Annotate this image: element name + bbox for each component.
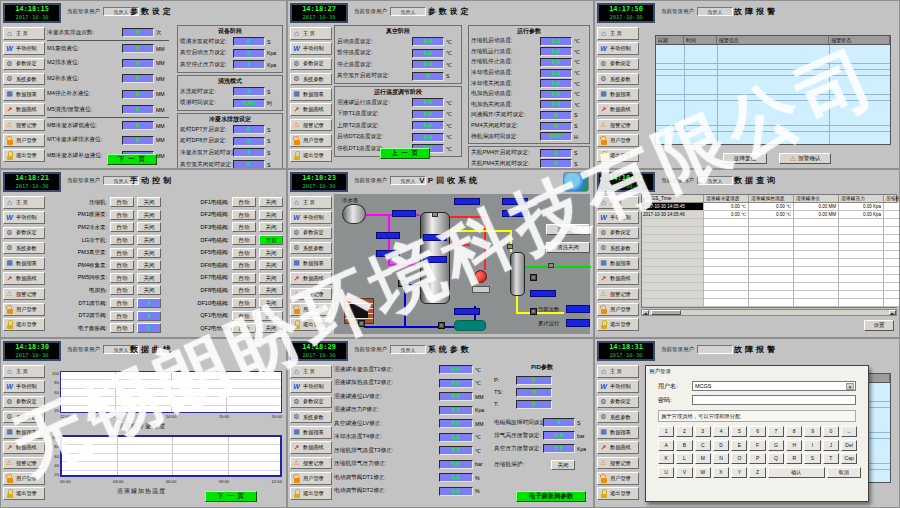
param-value-input[interactable]: 0.0	[540, 100, 572, 109]
param-value-input[interactable]: 0	[122, 59, 154, 68]
param-value-input[interactable]: 0	[233, 60, 265, 69]
keyboard-key[interactable]: 6	[749, 426, 765, 437]
param-value-input[interactable]: 0	[412, 72, 444, 81]
param-value-input[interactable]: 0	[540, 149, 572, 158]
keyboard-key[interactable]: W	[695, 467, 711, 478]
param-value-input[interactable]: 0.0	[439, 446, 473, 455]
sidebar-item[interactable]: 数据曲线	[3, 441, 45, 454]
scroll-thumb[interactable]	[651, 310, 681, 315]
keyboard-key[interactable]: U	[658, 467, 674, 478]
device-state-button[interactable]: 0	[137, 323, 161, 333]
sidebar-item[interactable]: 系统参数	[597, 242, 639, 255]
sidebar-item[interactable]: 主 页	[597, 365, 639, 378]
device-state-button[interactable]: 关闭	[259, 311, 283, 321]
username-select[interactable]: MCGS▼	[692, 381, 856, 391]
sidebar-item[interactable]: 主 页	[3, 365, 45, 378]
sidebar-item[interactable]: 数据报表	[3, 88, 45, 101]
sidebar-item[interactable]: 手动控制	[597, 211, 639, 224]
param-value-input[interactable]: 0	[233, 37, 265, 46]
sidebar-item[interactable]: 用户登录	[597, 472, 639, 485]
sidebar-item[interactable]: 手动控制	[597, 42, 639, 55]
device-state-button[interactable]: 关闭	[137, 197, 161, 207]
sidebar-item[interactable]: 主 页	[3, 27, 45, 40]
sidebar-item[interactable]: 数据报表	[290, 257, 332, 270]
param-value-input[interactable]: 0	[122, 28, 154, 37]
query-table-row[interactable]: 2017-10-30 14:05:450.00 ℃0.00 ℃0.00 MM0.…	[642, 203, 896, 211]
query-table-row[interactable]	[642, 267, 896, 275]
sidebar-item[interactable]: 参数设定	[290, 396, 332, 409]
next-page-button[interactable]: 下 一 页	[107, 154, 157, 165]
password-input[interactable]	[692, 395, 856, 405]
auto-mode-button[interactable]: 自动	[110, 248, 134, 258]
device-state-button[interactable]: 关闭	[259, 298, 283, 308]
sidebar-item[interactable]: 参数设定	[597, 227, 639, 240]
keyboard-key[interactable]: D	[713, 440, 729, 451]
param-value-input[interactable]: 0.0	[540, 47, 572, 56]
query-table-row[interactable]: 2017-10-30 14:05:460.00 ℃0.00 ℃0.00 MM0.…	[642, 211, 896, 219]
param-value-input[interactable]: 0.0	[412, 110, 444, 119]
sidebar-item[interactable]: 用户登录	[290, 472, 332, 485]
sidebar-item[interactable]: 手动控制	[290, 211, 332, 224]
param-value-input[interactable]: 0	[233, 125, 265, 134]
param-value-input[interactable]: 0.0	[540, 58, 572, 67]
keyboard-key[interactable]: L	[676, 453, 692, 464]
param-value-input[interactable]: 0	[122, 105, 154, 114]
sidebar-item[interactable]: 退出登录	[3, 149, 45, 162]
sidebar-item[interactable]: 数据曲线	[290, 103, 332, 116]
query-table-row[interactable]	[642, 283, 896, 291]
device-state-button[interactable]: 关闭	[259, 222, 283, 232]
sidebar-item[interactable]: 数据曲线	[597, 103, 639, 116]
sidebar-item[interactable]: 手动控制	[3, 211, 45, 224]
keyboard-key[interactable]: X	[713, 467, 729, 478]
auto-mode-button[interactable]: 自动	[110, 285, 134, 295]
sidebar-item[interactable]: 报警记录	[597, 119, 639, 132]
sidebar-item[interactable]: 主 页	[290, 365, 332, 378]
sidebar-item[interactable]: 系统参数	[597, 73, 639, 86]
sidebar-item[interactable]: 主 页	[290, 196, 332, 209]
param-value-input[interactable]: 0.0	[439, 460, 473, 469]
auto-mode-button[interactable]: 自动	[232, 260, 256, 270]
keyboard-key[interactable]: I	[804, 440, 820, 451]
auto-mode-button[interactable]: 自动	[110, 298, 134, 308]
param-value-input[interactable]: 0.0	[439, 487, 473, 496]
prev-page-button[interactable]: 上 一 页	[380, 148, 430, 159]
param-value-input[interactable]: 0	[122, 136, 154, 145]
auto-mode-button[interactable]: 自动	[232, 248, 256, 258]
keyboard-key[interactable]: O	[731, 453, 747, 464]
keyboard-key[interactable]: J	[823, 440, 839, 451]
param-value-input[interactable]: 0.0	[412, 121, 444, 130]
auto-mode-button[interactable]: 自动	[110, 311, 134, 321]
keyboard-key[interactable]: F	[749, 440, 765, 451]
device-state-button[interactable]: 关闭	[137, 248, 161, 258]
auto-mode-button[interactable]: 自动	[232, 311, 256, 321]
sidebar-item[interactable]: 报警记录	[290, 288, 332, 301]
keyboard-key[interactable]: B	[676, 440, 692, 451]
param-value-input[interactable]: 0.0	[540, 37, 572, 46]
param-value-input[interactable]: 0.0	[439, 473, 473, 482]
param-value-input[interactable]: 2	[540, 159, 572, 168]
sidebar-item[interactable]: 主 页	[290, 27, 332, 40]
auto-mode-button[interactable]: 自动	[110, 197, 134, 207]
param-value-input[interactable]: 0	[233, 87, 265, 96]
keyboard-key[interactable]: 3	[695, 426, 711, 437]
sidebar-item[interactable]: 数据报表	[3, 426, 45, 439]
param-value-input[interactable]: 0.0	[540, 79, 572, 88]
sidebar-item[interactable]: 系统参数	[290, 242, 332, 255]
keyboard-key[interactable]: Z	[749, 467, 765, 478]
param-value-input[interactable]: 0.0	[412, 98, 444, 107]
param-value-input[interactable]: 0.0	[543, 431, 575, 440]
query-table-row[interactable]	[642, 291, 896, 299]
param-value-input[interactable]: 0	[543, 418, 575, 427]
sidebar-item[interactable]: 主 页	[3, 196, 45, 209]
param-value-input[interactable]: 0.0	[543, 444, 575, 453]
keyboard-key[interactable]: 0	[823, 426, 839, 437]
keyboard-key[interactable]: H	[786, 440, 802, 451]
query-table-row[interactable]	[642, 299, 896, 307]
device-state-button[interactable]: 关闭	[137, 273, 161, 283]
query-table-row[interactable]	[642, 251, 896, 259]
auto-mode-button[interactable]: 自动	[110, 210, 134, 220]
device-state-button[interactable]: 关闭	[137, 222, 161, 232]
keyboard-key[interactable]: Del	[841, 440, 857, 451]
sidebar-item[interactable]: 参数设定	[290, 227, 332, 240]
keyboard-key[interactable]: 9	[804, 426, 820, 437]
